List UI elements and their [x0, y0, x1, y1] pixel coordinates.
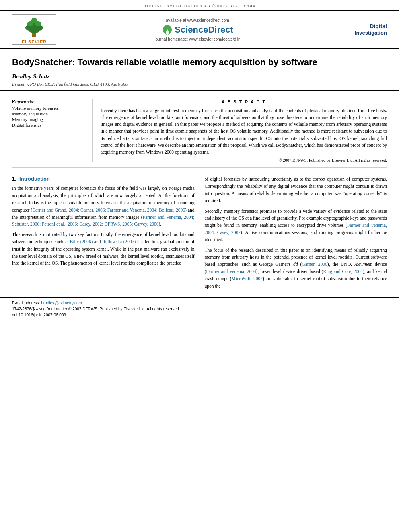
abstract-text: Recently there has been a surge in inter…	[101, 107, 387, 156]
right-paragraph-2: Secondly, memory forensics promises to p…	[205, 208, 387, 244]
ref-microsoft: MicroSoft, 2007	[232, 276, 263, 281]
ref-garner: Garner, 2006	[302, 262, 327, 267]
article-title: BodySnatcher: Towards reliable volatile …	[12, 57, 387, 68]
footer-issn-line: 1742-2876/$ – see front matter © 2007 DF…	[12, 306, 387, 312]
abstract-label: A B S T R A C T	[101, 99, 387, 104]
di-logo: Digital Investigation	[339, 23, 387, 36]
elsevier-text: ELSEVIER	[22, 39, 47, 44]
available-text: available at www.sciencedirect.com	[166, 18, 229, 23]
article-title-section: BodySnatcher: Towards reliable volatile …	[0, 48, 399, 91]
keyword-4: Digital forensics	[12, 123, 86, 127]
ref-ring: Ring and Cole, 2004	[323, 269, 363, 274]
copyright-line: © 2007 DFRWS. Published by Elsevier Ltd.…	[101, 158, 387, 162]
journal-header: DIGITAL INVESTIGATION 4S (2007) S126–S13…	[0, 0, 399, 10]
right-paragraph-3: The focus of the research described in t…	[205, 247, 387, 290]
elsevier-tree-icon	[18, 16, 50, 39]
di-logo-line2: Investigation	[339, 30, 387, 36]
keywords-abstract-section: Keywords: Volatile memory forensics Memo…	[0, 95, 399, 163]
footer-email-label: E-mail address:	[12, 301, 40, 305]
section-number: 1.	[12, 176, 19, 182]
body-left-column: 1. Introduction In the formative years o…	[12, 176, 195, 293]
keywords-label: Keywords:	[12, 99, 86, 104]
abstract-column: A B S T R A C T Recently there has been …	[93, 99, 387, 163]
keyword-2: Memory acquisition	[12, 111, 86, 116]
journal-url: journal homepage: www.elsevier.com/locat…	[155, 37, 241, 41]
keywords-column: Keywords: Volatile memory forensics Memo…	[12, 99, 93, 163]
svg-point-8	[31, 18, 37, 23]
sciencedirect-logo: ScienceDirect	[162, 24, 233, 35]
sciencedirect-leaf-icon	[162, 24, 173, 35]
section-title: 1. Introduction	[12, 176, 195, 182]
elsevier-logo: ELSEVIER	[12, 14, 56, 45]
footer-email: bradley@evimetry.com	[41, 301, 82, 305]
footer-email-line: E-mail address: bradley@evimetry.com	[12, 300, 387, 306]
banner: ELSEVIER available at www.sciencedirect.…	[0, 10, 399, 48]
ref-carrier: Carrier and Grand, 2004; Garner, 2006; F…	[32, 207, 185, 212]
sciencedirect-text: ScienceDirect	[175, 25, 233, 35]
ref-biby: Biby (2006)	[70, 239, 93, 244]
main-body: 1. Introduction In the formative years o…	[0, 168, 399, 297]
journal-header-text: DIGITAL INVESTIGATION 4S (2007) S126–S13…	[144, 4, 256, 8]
two-col-body: 1. Introduction In the formative years o…	[12, 176, 387, 293]
page: DIGITAL INVESTIGATION 4S (2007) S126–S13…	[0, 0, 399, 532]
right-paragraph-1: of digital forensics by introducing unce…	[205, 176, 387, 204]
keyword-1: Volatile memory forensics	[12, 106, 86, 111]
footer-doi-line: doi:10.1016/j.diin.2007.06.009	[12, 312, 387, 318]
intro-paragraph-2: This research is motivated by two key fa…	[12, 231, 195, 267]
keyword-3: Memory imaging	[12, 117, 86, 122]
center-section: available at www.sciencedirect.com Scien…	[60, 18, 335, 41]
svg-rect-9	[20, 37, 48, 37]
ref-farmer2: Farmer and Venema, 2004; Casey, 2002	[205, 223, 387, 235]
footer-section: E-mail address: bradley@evimetry.com 174…	[0, 297, 399, 322]
author-name: Bradley Schatz	[12, 73, 387, 80]
ref-rutlowska: Rutlowska (2007)	[102, 239, 136, 244]
ref-farmer: Farmer and Venema, 2004; Schuster, 2006;…	[12, 215, 195, 227]
di-logo-line1: Digital	[339, 23, 387, 30]
affiliation: Evimetry, PO Box 6192, Fairfield Gardens…	[12, 82, 387, 86]
section-title-text: Introduction	[19, 176, 50, 182]
intro-paragraph-1: In the formative years of computer foren…	[12, 185, 195, 228]
body-right-column: of digital forensics by introducing unce…	[205, 176, 387, 293]
ref-farmer3: Farmer and Venema, 2004	[206, 269, 256, 274]
